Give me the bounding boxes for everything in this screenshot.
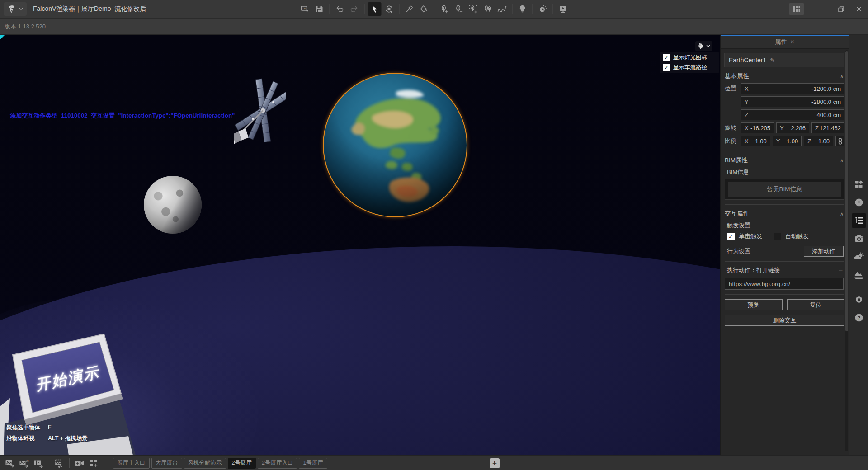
click-trigger-checkbox[interactable] [727,233,735,240]
tab-view-5[interactable]: 1号展厅 [299,458,327,469]
outliner-button[interactable] [852,213,866,228]
material-sphere-button[interactable] [852,195,866,210]
help-button[interactable]: ? [852,310,866,325]
scrollbar-thumb[interactable] [845,51,848,331]
hint-action: 沿物体环视 [6,435,48,442]
reset-button[interactable]: 复位 [787,299,845,310]
rotation-y-input[interactable]: Y 2.286 [776,122,809,133]
select-cursor-icon [371,5,379,13]
add-action-button[interactable]: 添加动作 [804,246,844,257]
orbit-tool-button[interactable] [382,2,396,16]
redo-icon [350,5,359,13]
add-view-button[interactable]: + [490,458,500,468]
minimize-button[interactable] [814,0,832,18]
restore-button[interactable] [832,0,850,18]
properties-scrollbar[interactable] [845,50,848,451]
toolbar-separator [330,4,330,14]
delete-interaction-button[interactable]: 删除交互 [725,315,844,326]
layout-button[interactable] [789,3,804,15]
checkbox-checked[interactable] [663,64,670,71]
camera-add-button[interactable] [72,457,87,469]
time-of-day-button[interactable] [536,2,550,16]
foliage-add-icon [440,5,449,14]
collapse-caret-icon[interactable]: ∧ [840,74,844,80]
export-video-button[interactable] [32,457,46,469]
properties-tab-bar[interactable]: 属性 ✕ [721,36,849,49]
click-trigger-label: 单击触发 [739,232,762,240]
tab-close-icon[interactable]: ✕ [790,39,794,45]
presentation-icon [559,5,568,14]
object-name-field[interactable]: EarthCenter1 ✎ [724,53,844,67]
moon-object[interactable] [144,176,202,234]
viewgrid-add-button[interactable] [87,457,101,469]
select-tool-button[interactable] [368,2,382,16]
close-button[interactable] [850,0,868,18]
tab-view-2[interactable]: 风机分解演示 [184,458,226,469]
remove-action-icon[interactable]: − [839,266,843,274]
scale-y-input[interactable]: Y 1.00 [773,136,802,146]
export-exe-button[interactable]: EXE [298,2,312,16]
foliage-scatter-button[interactable] [481,2,495,16]
collapse-caret-icon[interactable]: ∧ [840,158,844,164]
rotation-z-value: 121.462 [820,125,841,132]
foliage-remove-button[interactable] [452,2,466,16]
viewport-3d[interactable]: 添加交互动作类型_11010002_交互设置_"InteractionType"… [0,35,720,455]
assets-button[interactable] [852,177,866,192]
checkbox-checked[interactable] [663,54,670,61]
path-draw-button[interactable] [495,2,509,16]
rotation-x-input[interactable]: X -16.205 [741,122,774,133]
rotation-z-input[interactable]: Z 121.462 [811,122,844,133]
redo-button[interactable] [348,2,361,16]
export-image-button[interactable] [3,457,17,469]
edit-name-icon[interactable]: ✎ [770,57,775,64]
light-button[interactable] [516,2,529,16]
gear-icon [854,295,863,304]
position-y-input[interactable]: Y -2800.0 cm [741,96,844,107]
foliage-scatter-icon [483,5,492,14]
show-light-icons-option[interactable]: 显示灯光图标 [663,54,716,61]
presentation-button[interactable] [557,2,570,16]
weather-button[interactable] [852,249,866,264]
preview-button[interactable]: 预览 [725,299,783,310]
version-bar: 版本 1.13.2.520 [0,19,868,35]
section-interaction-properties[interactable]: 交互属性 ∧ [725,210,844,218]
tab-view-4[interactable]: 2号展厅入口 [258,458,297,469]
app-menu-button[interactable] [4,2,27,16]
settings-button[interactable] [852,292,866,307]
scale-link-button[interactable] [835,136,844,146]
tab-properties[interactable]: 属性 [775,38,787,46]
position-z-value: 400.0 cm [817,112,841,118]
paint-bucket-button[interactable] [417,2,431,16]
svg-text:?: ? [857,315,860,320]
foliage-add-button[interactable] [438,2,451,16]
option-label: 显示灯光图标 [673,54,707,61]
export-image-ai-button[interactable]: AI [17,457,32,469]
foliage-brush-add-button[interactable] [467,2,480,16]
hint-keys: ALT + 拖拽场景 [48,435,88,442]
terrain-button[interactable] [852,268,866,282]
section-bim-properties[interactable]: BIM属性 ∧ [725,156,844,164]
section-divider [725,261,844,262]
save-button[interactable] [313,2,326,16]
display-options-button[interactable] [695,41,712,51]
show-traffic-paths-option[interactable]: 显示车流路径 [663,64,716,71]
position-z-input[interactable]: Z 400.0 cm [741,109,844,120]
undo-button[interactable] [333,2,347,16]
crop-screenshot-button[interactable] [52,457,66,469]
url-input[interactable] [725,278,844,290]
toolbar-separator [553,4,553,14]
earth-object-selected[interactable] [323,73,467,217]
position-x-input[interactable]: X -1200.0 cm [741,83,844,94]
tab-view-1[interactable]: 大厅展台 [151,458,182,469]
collapse-caret-icon[interactable]: ∧ [840,211,844,217]
eyedropper-button[interactable] [403,2,416,16]
section-basic-properties[interactable]: 基本属性 ∧ [725,72,844,80]
satellite-object[interactable] [234,75,286,167]
axis-label: Z [807,138,811,145]
scale-x-input[interactable]: X 1.00 [741,136,770,146]
tab-view-0[interactable]: 展厅主入口 [113,458,150,469]
scale-z-input[interactable]: Z 1.00 [804,136,833,146]
camera-button[interactable] [852,231,866,246]
auto-trigger-checkbox[interactable] [774,233,781,240]
tab-view-3-active[interactable]: 2号展厅 [228,458,256,469]
